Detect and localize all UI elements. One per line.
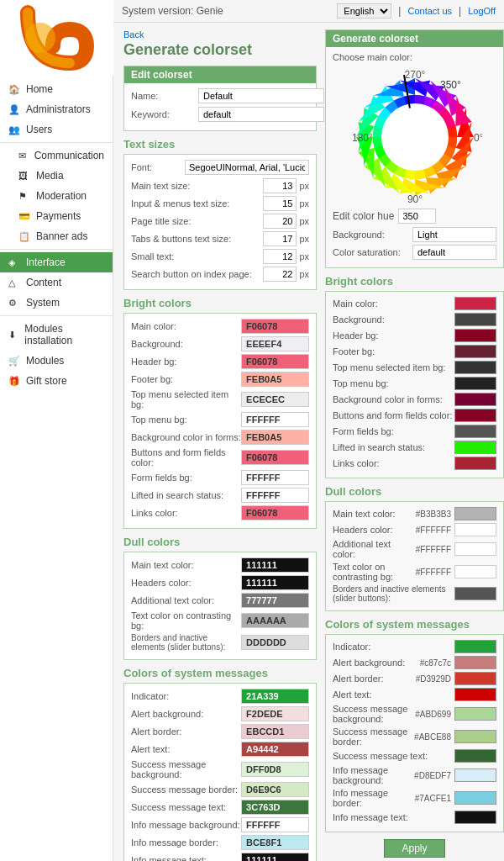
sidebar-item-home[interactable]: 🏠 Home bbox=[0, 79, 113, 99]
bg-input[interactable] bbox=[412, 227, 496, 242]
sidebar-item-communication[interactable]: ✉ Communication bbox=[0, 145, 113, 166]
dull-swatch-0[interactable]: 111111 bbox=[241, 557, 309, 573]
sidebar-item-modules[interactable]: 🛒 Modules bbox=[0, 351, 113, 371]
rb-swatch-10[interactable] bbox=[454, 457, 496, 470]
dull-swatch-1[interactable]: 111111 bbox=[241, 575, 309, 590]
rs-swatch-8[interactable] bbox=[454, 791, 496, 805]
contact-us-link[interactable]: Contact us bbox=[407, 6, 452, 16]
dull-swatch-4[interactable]: DDDDDD bbox=[241, 635, 309, 650]
sidebar-item-label: Modules bbox=[26, 355, 64, 367]
sidebar-item-gift-store[interactable]: 🎁 Gift store bbox=[0, 371, 113, 391]
rs-swatch-2[interactable] bbox=[454, 672, 496, 685]
rd-swatch-2[interactable] bbox=[454, 542, 496, 556]
ts-input-0[interactable] bbox=[263, 178, 297, 193]
sys-swatch-9[interactable]: 111111 bbox=[241, 853, 309, 861]
bright-swatch-0[interactable]: F06078 bbox=[241, 319, 309, 334]
sidebar-item-administrators[interactable]: 👤 Administrators bbox=[0, 99, 113, 119]
bright-swatch-4[interactable]: ECECEC bbox=[241, 392, 309, 407]
rs-swatch-7[interactable] bbox=[454, 769, 496, 782]
ts-input-3[interactable] bbox=[263, 231, 297, 246]
rs-swatch-0[interactable] bbox=[454, 640, 496, 653]
bright-swatch-9[interactable]: FFFFFF bbox=[241, 488, 309, 503]
ts-input-1[interactable] bbox=[263, 196, 297, 211]
font-input[interactable] bbox=[185, 160, 309, 175]
rd-swatch-4[interactable] bbox=[454, 587, 496, 600]
sys-swatch-7[interactable]: FFFFFF bbox=[241, 817, 309, 832]
rb-swatch-9[interactable] bbox=[454, 441, 496, 454]
hue-row: Edit color hue bbox=[333, 209, 496, 224]
sidebar-item-modules-installation[interactable]: ⬇ Modules installation bbox=[0, 319, 113, 351]
admin-icon: 👤 bbox=[8, 104, 22, 115]
sidebar-item-banner-ads[interactable]: 📋 Banner ads bbox=[0, 226, 113, 246]
sys-color-row-8: Info message border: BCE8F1 bbox=[131, 835, 309, 850]
hue-input[interactable] bbox=[398, 209, 436, 224]
back-link[interactable]: Back bbox=[123, 29, 317, 40]
rb-swatch-5[interactable] bbox=[454, 377, 496, 390]
bright-swatch-2[interactable]: F06078 bbox=[241, 354, 309, 369]
rs-swatch-1[interactable] bbox=[454, 656, 496, 669]
sys-swatch-3[interactable]: A94442 bbox=[241, 742, 309, 757]
ts-label-1: Input & menus text size: bbox=[131, 198, 263, 209]
bright-swatch-5[interactable]: FFFFFF bbox=[241, 412, 309, 427]
rb-swatch-3[interactable] bbox=[454, 345, 496, 358]
sidebar-item-moderation[interactable]: ⚑ Moderation bbox=[0, 186, 113, 206]
ts-input-5[interactable] bbox=[263, 267, 297, 282]
rb-swatch-7[interactable] bbox=[454, 409, 496, 422]
sys-swatch-0[interactable]: 21A339 bbox=[241, 689, 309, 704]
rb-swatch-4[interactable] bbox=[454, 361, 496, 374]
rd-swatch-0[interactable] bbox=[454, 507, 496, 520]
rb-swatch-6[interactable] bbox=[454, 393, 496, 406]
rd-swatch-1[interactable] bbox=[454, 523, 496, 536]
sidebar-item-label: Communication bbox=[34, 150, 104, 161]
sidebar-item-interface[interactable]: ◈ Interface bbox=[0, 252, 113, 272]
saturation-input[interactable] bbox=[412, 245, 496, 260]
rb-swatch-0[interactable] bbox=[454, 297, 496, 310]
rs-swatch-5[interactable] bbox=[454, 730, 496, 743]
ts-input-2[interactable] bbox=[263, 214, 297, 229]
sys-swatch-1[interactable]: F2DEDE bbox=[241, 706, 309, 721]
rs-swatch-6[interactable] bbox=[454, 749, 496, 763]
name-input[interactable] bbox=[198, 88, 324, 103]
rs-swatch-4[interactable] bbox=[454, 707, 496, 721]
rs-swatch-3[interactable] bbox=[454, 688, 496, 701]
rs-swatch-9[interactable] bbox=[454, 811, 496, 824]
rb-swatch-8[interactable] bbox=[454, 425, 496, 438]
sidebar-item-content[interactable]: △ Content bbox=[0, 272, 113, 293]
apply-button[interactable]: Apply bbox=[384, 839, 444, 858]
sys-color-row-0: Indicator: 21A339 bbox=[131, 689, 309, 704]
sys-color-row-2: Alert border: EBCCD1 bbox=[131, 724, 309, 739]
right-dull-title: Dull colors bbox=[325, 485, 504, 498]
sys-swatch-4[interactable]: DFF0D8 bbox=[241, 762, 309, 777]
bright-swatch-6[interactable]: FEB0A5 bbox=[241, 430, 309, 445]
logoff-link[interactable]: LogOff bbox=[468, 6, 496, 16]
sys-swatch-5[interactable]: D6E9C6 bbox=[241, 782, 309, 797]
rb-swatch-1[interactable] bbox=[454, 313, 496, 326]
dull-swatch-2[interactable]: 777777 bbox=[241, 593, 309, 608]
generate-colorset-header: Generate colorset bbox=[326, 30, 503, 47]
language-select[interactable]: English bbox=[337, 3, 391, 18]
ts-input-4[interactable] bbox=[263, 249, 297, 264]
bright-swatch-8[interactable]: FFFFFF bbox=[241, 470, 309, 485]
sidebar-item-users[interactable]: 👥 Users bbox=[0, 119, 113, 140]
bright-swatch-3[interactable]: FEB0A5 bbox=[241, 372, 309, 387]
sys-swatch-8[interactable]: BCE8F1 bbox=[241, 835, 309, 850]
rd-swatch-3[interactable] bbox=[454, 565, 496, 578]
sys-swatch-6[interactable]: 3C763D bbox=[241, 800, 309, 815]
svg-text:270°: 270° bbox=[404, 70, 425, 81]
color-wheel[interactable]: 270° 0° 90° 180° 350° bbox=[348, 70, 482, 204]
rs-row-2: Alert border: #D3929D bbox=[333, 672, 496, 685]
svg-point-1 bbox=[381, 103, 449, 171]
sys-swatch-2[interactable]: EBCCD1 bbox=[241, 724, 309, 739]
bright-swatch-7[interactable]: F06078 bbox=[241, 450, 309, 465]
bright-swatch-10[interactable]: F06078 bbox=[241, 505, 309, 520]
keyword-input[interactable] bbox=[198, 107, 324, 122]
dull-swatch-3[interactable]: AAAAAA bbox=[241, 613, 309, 628]
bright-swatch-1[interactable]: EEEEF4 bbox=[241, 336, 309, 351]
moderation-icon: ⚑ bbox=[18, 191, 32, 202]
bg-label: Background: bbox=[333, 230, 408, 240]
sidebar-item-payments[interactable]: 💳 Payments bbox=[0, 206, 113, 226]
sidebar-item-media[interactable]: 🖼 Media bbox=[0, 166, 113, 186]
sidebar-item-system[interactable]: ⚙ System bbox=[0, 293, 113, 313]
rb-swatch-2[interactable] bbox=[454, 329, 496, 342]
separator: | bbox=[398, 5, 401, 17]
